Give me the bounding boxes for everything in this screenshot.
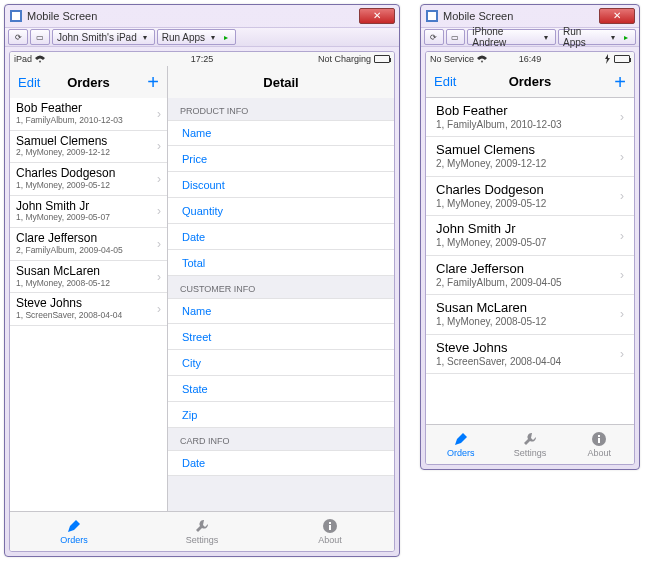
chevron-right-icon: › — [620, 150, 624, 164]
detail-field-row[interactable]: Date — [168, 450, 394, 476]
chevron-right-icon: › — [157, 302, 161, 316]
order-row[interactable]: Clare Jefferson2, FamilyAlbum, 2009-04-0… — [10, 228, 167, 261]
detail-field-row[interactable]: Discount — [168, 172, 394, 198]
ios-status-bar: No Service 16:49 — [426, 52, 634, 66]
device-screen-iphone: No Service 16:49 Edit Orders + Bob Feath… — [425, 51, 635, 465]
edit-button[interactable]: Edit — [18, 75, 40, 90]
status-time: 16:49 — [426, 54, 634, 64]
pencil-icon — [453, 431, 469, 447]
toolbar: ⟳ ▭ John Smith's iPad▾ Run Apps▾▸ — [5, 27, 399, 47]
order-name: Bob Feather — [436, 104, 562, 119]
detail-field-row[interactable]: Date — [168, 224, 394, 250]
order-row[interactable]: Charles Dodgeson1, MyMoney, 2009-05-12› — [10, 163, 167, 196]
device-selector-label: iPhone Andrew — [472, 26, 538, 48]
tab-about[interactable]: About — [565, 425, 634, 464]
run-apps-button[interactable]: Run Apps▾▸ — [157, 29, 236, 45]
battery-icon — [374, 55, 390, 63]
tab-about[interactable]: About — [266, 512, 394, 551]
order-row[interactable]: Clare Jefferson2, FamilyAlbum, 2009-04-0… — [426, 256, 634, 295]
tab-orders[interactable]: Orders — [10, 512, 138, 551]
detail-field-row[interactable]: State — [168, 376, 394, 402]
nav-title: Orders — [426, 74, 634, 89]
run-apps-button[interactable]: Run Apps▾▸ — [558, 29, 636, 45]
tab-label: About — [588, 448, 612, 458]
order-name: Samuel Clemens — [436, 143, 546, 158]
chevron-right-icon: › — [620, 189, 624, 203]
play-icon: ▸ — [621, 32, 631, 42]
detail-field-row[interactable]: Total — [168, 250, 394, 276]
detail-field-row[interactable]: Zip — [168, 402, 394, 428]
order-subtitle: 1, ScreenSaver, 2008-04-04 — [436, 356, 561, 368]
svg-rect-9 — [598, 435, 600, 437]
toolbar-btn-1[interactable]: ⟳ — [424, 29, 444, 45]
order-row[interactable]: John Smith Jr1, MyMoney, 2009-05-07› — [426, 216, 634, 255]
detail-field-row[interactable]: Street — [168, 324, 394, 350]
order-row[interactable]: Susan McLaren1, MyMoney, 2008-05-12› — [10, 261, 167, 294]
window-title: Mobile Screen — [443, 10, 599, 22]
order-row[interactable]: Steve Johns1, ScreenSaver, 2008-04-04› — [426, 335, 634, 374]
order-name: Susan McLaren — [16, 265, 110, 279]
device-screen-ipad: iPad 17:25 Not Charging Edit Orders + De… — [9, 51, 395, 552]
titlebar[interactable]: Mobile Screen ✕ — [421, 5, 639, 27]
order-row[interactable]: Samuel Clemens2, MyMoney, 2009-12-12› — [10, 131, 167, 164]
tab-settings[interactable]: Settings — [138, 512, 266, 551]
order-row[interactable]: John Smith Jr1, MyMoney, 2009-05-07› — [10, 196, 167, 229]
chevron-right-icon: › — [620, 268, 624, 282]
device-selector[interactable]: John Smith's iPad▾ — [52, 29, 155, 45]
order-name: John Smith Jr — [436, 222, 546, 237]
chevron-right-icon: › — [620, 110, 624, 124]
order-subtitle: 2, MyMoney, 2009-12-12 — [436, 158, 546, 170]
tab-label: Settings — [186, 535, 219, 545]
svg-rect-1 — [12, 12, 20, 20]
chevron-down-icon: ▾ — [608, 32, 618, 42]
chevron-down-icon: ▾ — [208, 32, 218, 42]
window-title: Mobile Screen — [27, 10, 359, 22]
toolbar-btn-2[interactable]: ▭ — [30, 29, 50, 45]
order-name: Steve Johns — [436, 341, 561, 356]
order-name: Bob Feather — [16, 102, 123, 116]
close-button[interactable]: ✕ — [599, 8, 635, 24]
toolbar: ⟳ ▭ iPhone Andrew▾ Run Apps▾▸ — [421, 27, 639, 47]
detail-field-row[interactable]: City — [168, 350, 394, 376]
order-row[interactable]: Steve Johns1, ScreenSaver, 2008-04-04› — [10, 293, 167, 326]
add-button[interactable]: + — [147, 72, 159, 92]
order-row[interactable]: Samuel Clemens2, MyMoney, 2009-12-12› — [426, 137, 634, 176]
order-row[interactable]: Charles Dodgeson1, MyMoney, 2009-05-12› — [426, 177, 634, 216]
refresh-icon: ⟳ — [429, 32, 439, 42]
order-name: Clare Jefferson — [436, 262, 562, 277]
order-row[interactable]: Bob Feather1, FamilyAlbum, 2010-12-03› — [426, 98, 634, 137]
chevron-right-icon: › — [157, 237, 161, 251]
battery-icon — [614, 55, 630, 63]
detail-panel[interactable]: PRODUCT INFONamePriceDiscountQuantityDat… — [168, 98, 394, 511]
detail-field-row[interactable]: Name — [168, 298, 394, 324]
mobile-screen-window-iphone: Mobile Screen ✕ ⟳ ▭ iPhone Andrew▾ Run A… — [420, 4, 640, 470]
edit-button[interactable]: Edit — [434, 74, 456, 89]
order-name: Susan McLaren — [436, 301, 546, 316]
svg-rect-8 — [598, 438, 600, 443]
mobile-screen-window-ipad: Mobile Screen ✕ ⟳ ▭ John Smith's iPad▾ R… — [4, 4, 400, 557]
tab-orders[interactable]: Orders — [426, 425, 495, 464]
detail-section-header: CUSTOMER INFO — [168, 276, 394, 298]
wrench-icon — [522, 431, 538, 447]
tab-label: Settings — [514, 448, 547, 458]
order-subtitle: 2, FamilyAlbum, 2009-04-05 — [436, 277, 562, 289]
run-apps-label: Run Apps — [563, 26, 605, 48]
order-subtitle: 1, MyMoney, 2009-05-07 — [16, 213, 110, 223]
detail-field-row[interactable]: Name — [168, 120, 394, 146]
orders-list[interactable]: Bob Feather1, FamilyAlbum, 2010-12-03›Sa… — [426, 98, 634, 424]
svg-rect-3 — [329, 525, 331, 530]
tab-settings[interactable]: Settings — [495, 425, 564, 464]
refresh-icon: ⟳ — [13, 32, 23, 42]
detail-field-row[interactable]: Quantity — [168, 198, 394, 224]
order-row[interactable]: Bob Feather1, FamilyAlbum, 2010-12-03› — [10, 98, 167, 131]
toolbar-btn-2[interactable]: ▭ — [446, 29, 466, 45]
device-selector[interactable]: iPhone Andrew▾ — [467, 29, 556, 45]
titlebar[interactable]: Mobile Screen ✕ — [5, 5, 399, 27]
toolbar-btn-1[interactable]: ⟳ — [8, 29, 28, 45]
close-button[interactable]: ✕ — [359, 8, 395, 24]
play-icon: ▸ — [221, 32, 231, 42]
detail-field-row[interactable]: Price — [168, 146, 394, 172]
add-button[interactable]: + — [614, 72, 626, 92]
order-row[interactable]: Susan McLaren1, MyMoney, 2008-05-12› — [426, 295, 634, 334]
chevron-right-icon: › — [157, 139, 161, 153]
